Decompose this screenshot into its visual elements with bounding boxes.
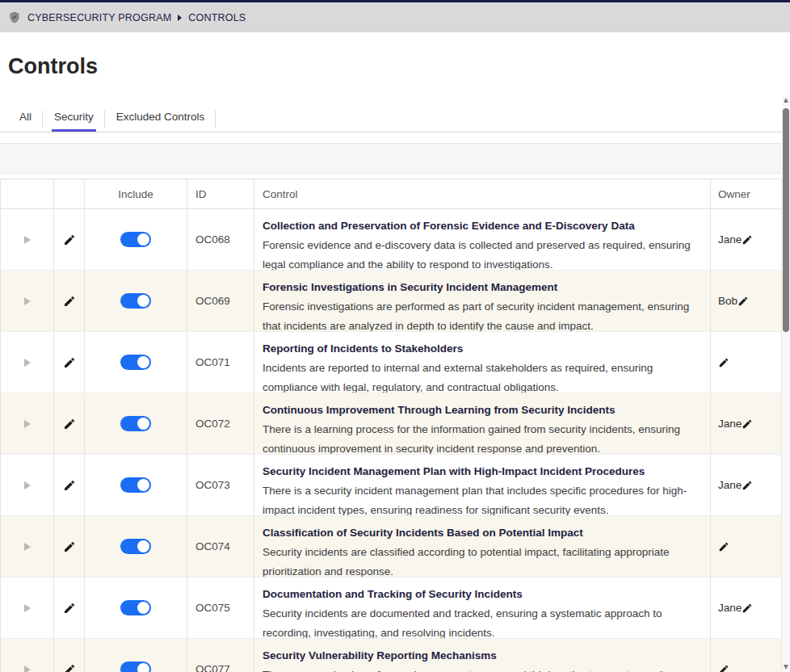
include-toggle[interactable] (120, 539, 151, 554)
edit-owner-icon[interactable] (718, 541, 729, 552)
owner-name: Jane (718, 418, 742, 430)
page-title: Controls (8, 53, 790, 79)
scroll-up-icon[interactable] (784, 98, 788, 103)
edit-owner-icon[interactable] (742, 418, 753, 430)
control-id: OC072 (195, 418, 230, 430)
header-id: ID (187, 179, 254, 208)
expand-row-icon[interactable] (24, 297, 31, 305)
breadcrumb-page[interactable]: CONTROLS (188, 12, 246, 23)
edit-row-icon[interactable] (63, 295, 76, 308)
tab-security[interactable]: Security (43, 101, 105, 132)
control-id: OC077 (195, 663, 230, 672)
expand-row-icon[interactable] (24, 543, 31, 551)
owner-name: Jane (718, 233, 742, 246)
table-row: OC072 Continuous Improvement Through Lea… (1, 393, 782, 455)
control-title: Continuous Improvement Through Learning … (263, 402, 616, 418)
edit-owner-icon[interactable] (742, 480, 753, 491)
control-id: OC073 (195, 479, 230, 491)
table-row: OC075 Documentation and Tracking of Secu… (1, 578, 782, 639)
table-row: OC074 Classification of Security Inciden… (1, 516, 782, 578)
breadcrumb-program[interactable]: CYBERSECURITY PROGRAM (27, 12, 171, 23)
header-expand (1, 179, 54, 208)
breadcrumb: CYBERSECURITY PROGRAM CONTROLS (8, 10, 246, 24)
toggle-knob (137, 356, 149, 368)
table-header-row: Include ID Control Owner (1, 178, 782, 209)
expand-row-icon[interactable] (24, 236, 31, 244)
include-toggle[interactable] (120, 355, 151, 370)
table-row: OC069 Forensic Investigations in Securit… (1, 271, 782, 332)
control-description: There is a learning process for the info… (263, 420, 697, 454)
edit-owner-icon[interactable] (742, 234, 753, 246)
header-control: Control (254, 179, 711, 208)
edit-row-icon[interactable] (63, 663, 76, 672)
control-title: Security Vulnerability Reporting Mechani… (263, 648, 497, 663)
tab-all[interactable]: All (8, 101, 43, 132)
expand-row-icon[interactable] (24, 604, 31, 612)
header-edit (54, 179, 85, 208)
control-id: OC068 (195, 233, 230, 246)
control-title: Reporting of Incidents to Stakeholders (263, 341, 463, 356)
toggle-knob (137, 479, 149, 491)
edit-row-icon[interactable] (63, 356, 76, 369)
owner-name: Bob (718, 295, 737, 307)
control-id: OC074 (195, 540, 230, 552)
toggle-knob (137, 295, 149, 307)
control-title: Classification of Security Incidents Bas… (263, 525, 583, 540)
scrollbar-thumb[interactable] (783, 108, 789, 332)
vertical-scrollbar[interactable] (782, 95, 790, 672)
table-row: OC077 Security Vulnerability Reporting M… (1, 639, 782, 672)
tab-label: Security (54, 111, 94, 123)
tab-label: All (19, 111, 32, 123)
edit-owner-icon[interactable] (737, 296, 749, 307)
control-description: Forensic investigations are performed as… (263, 297, 697, 331)
tab-excluded-controls[interactable]: Excluded Controls (105, 101, 216, 132)
expand-row-icon[interactable] (24, 481, 31, 489)
control-id: OC071 (195, 356, 230, 368)
toggle-knob (137, 602, 149, 614)
control-title: Collection and Preservation of Forensic … (263, 218, 635, 233)
control-description: Incidents are reported to internal and e… (263, 359, 697, 393)
expand-row-icon[interactable] (24, 359, 31, 367)
header-include: Include (85, 179, 187, 208)
control-description: There is a security incident management … (263, 481, 697, 515)
control-description: Security incidents are classified accord… (263, 543, 697, 577)
include-toggle[interactable] (120, 662, 151, 672)
edit-owner-icon[interactable] (718, 357, 729, 368)
edit-row-icon[interactable] (63, 479, 76, 492)
control-title: Security Incident Management Plan with H… (263, 464, 645, 479)
table-row: OC071 Reporting of Incidents to Stakehol… (1, 332, 782, 393)
expand-row-icon[interactable] (24, 420, 31, 428)
control-title: Forensic Investigations in Security Inci… (263, 279, 557, 295)
expand-row-icon[interactable] (24, 666, 31, 672)
table-row: OC073 Security Incident Management Plan … (1, 455, 782, 516)
edit-owner-icon[interactable] (718, 664, 729, 672)
shield-check-icon (8, 10, 21, 24)
edit-owner-icon[interactable] (742, 603, 753, 614)
tab-label: Excluded Controls (116, 111, 205, 123)
controls-table: Include ID Control Owner OC068 Collectio… (0, 178, 782, 672)
breadcrumb-separator-icon (178, 15, 182, 21)
control-id: OC069 (195, 295, 230, 307)
edit-row-icon[interactable] (63, 540, 76, 553)
control-description: Security incidents are documented and tr… (263, 604, 697, 638)
toggle-knob (137, 663, 149, 672)
tab-bar: All Security Excluded Controls (0, 101, 790, 132)
edit-row-icon[interactable] (63, 602, 76, 615)
include-toggle[interactable] (120, 293, 151, 309)
edit-row-icon[interactable] (63, 418, 76, 430)
table-body: OC068 Collection and Preservation of For… (1, 209, 782, 672)
include-toggle[interactable] (120, 600, 151, 615)
include-toggle[interactable] (120, 416, 151, 431)
filter-band (0, 143, 790, 174)
owner-name: Jane (718, 602, 742, 614)
edit-row-icon[interactable] (63, 233, 76, 246)
toggle-knob (137, 418, 149, 430)
include-toggle[interactable] (120, 477, 151, 493)
scroll-down-icon[interactable] (784, 665, 788, 670)
include-toggle[interactable] (120, 232, 151, 247)
control-description: Forensic evidence and e-discovery data i… (263, 236, 697, 270)
toggle-knob (137, 233, 149, 246)
table-row: OC068 Collection and Preservation of For… (1, 209, 782, 271)
header-owner: Owner (711, 179, 782, 208)
top-bar: CYBERSECURITY PROGRAM CONTROLS (0, 0, 790, 32)
